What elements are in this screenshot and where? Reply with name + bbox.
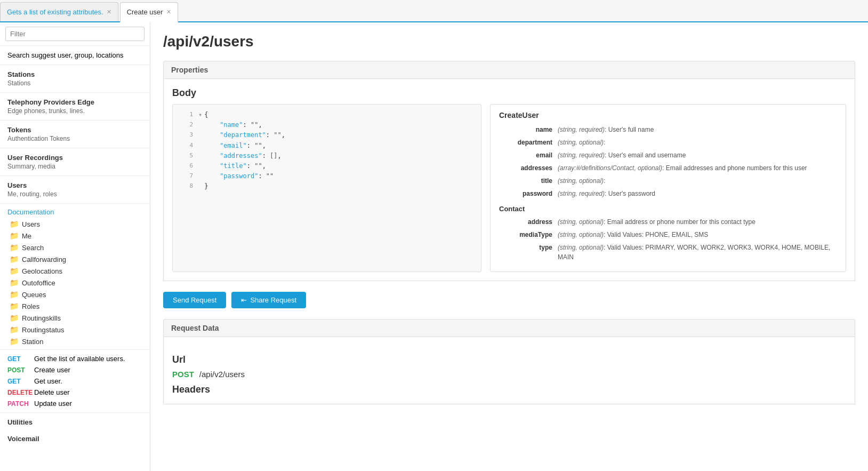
sidebar-stations-title: Stations: [7, 70, 142, 78]
tab-gets-list[interactable]: Gets a list of existing attributes. ✕: [0, 2, 118, 21]
sidebar-item-user-recordings[interactable]: User Recordings Summary, media: [0, 148, 150, 176]
sidebar-tokens-subtitle: Authentication Tokens: [7, 135, 142, 142]
sidebar-voicemail[interactable]: Voicemail: [0, 432, 150, 446]
field-name-title: title: [499, 176, 552, 186]
field-desc-title: (string, optional):: [558, 176, 837, 186]
url-path: /api/v2/users: [199, 370, 245, 379]
folder-icon: 📁: [10, 255, 19, 264]
sidebar-users-subtitle: Me, routing, roles: [7, 190, 142, 198]
folder-icon: 📁: [10, 278, 19, 287]
share-request-button[interactable]: ⇤ Share Request: [231, 292, 306, 308]
documentation-label[interactable]: Documentation: [7, 208, 142, 216]
sidebar-item-stations[interactable]: Stations Stations: [0, 65, 150, 93]
schema-row-department: department (string, optional):: [499, 138, 837, 147]
folder-icon: 📁: [10, 231, 19, 240]
sidebar-doc-routingstatus[interactable]: 📁 Routingstatus: [7, 324, 142, 336]
sidebar-doc-search[interactable]: 📁 Search: [7, 242, 142, 253]
properties-body: Body 1 ▾ { 2 "name": "", 3: [163, 79, 855, 281]
sidebar-utilities[interactable]: Utilities: [0, 412, 150, 432]
schema-row-address: address (string, optional): Email addres…: [499, 217, 837, 227]
body-label: Body: [172, 87, 846, 99]
properties-header: Properties: [163, 61, 855, 79]
sidebar-tokens-title: Tokens: [7, 126, 142, 134]
sidebar-users-title: Users: [7, 181, 142, 189]
folder-icon: 📁: [10, 325, 19, 334]
schema-row-email: email (string, required): User's email a…: [499, 150, 837, 160]
line-toggle[interactable]: ▾: [198, 110, 202, 120]
schema-row-mediatype: mediaType (string, optional): Valid Valu…: [499, 230, 837, 240]
sidebar-userrecordings-title: User Recordings: [7, 154, 142, 162]
code-line-2: 2 "name": "",: [178, 120, 476, 130]
url-line: POST /api/v2/users: [172, 370, 846, 379]
sidebar: Search suggest user, group, locations St…: [0, 22, 150, 471]
send-request-button[interactable]: Send Request: [163, 292, 226, 308]
sidebar-doc-users[interactable]: 📁 Users: [7, 218, 142, 230]
sidebar-api-patch-user[interactable]: PATCH Update user: [7, 398, 142, 409]
sidebar-stations-subtitle: Stations: [7, 79, 142, 87]
main-layout: Search suggest user, group, locations St…: [0, 22, 868, 471]
sidebar-documentation: Documentation 📁 Users 📁 Me 📁 Search 📁 Ca…: [0, 204, 150, 349]
sidebar-api-get-users[interactable]: GET Get the list of available users.: [7, 353, 142, 364]
field-name-addresses: addresses: [499, 163, 552, 173]
sidebar-doc-queues[interactable]: 📁 Queues: [7, 289, 142, 300]
field-desc-addresses: (array:#/definitions/Contact, optional):…: [558, 163, 837, 173]
code-line-7: 7 "password": "": [178, 171, 476, 181]
share-icon: ⇤: [241, 296, 247, 304]
sidebar-doc-callforwarding[interactable]: 📁 Callforwarding: [7, 253, 142, 265]
body-layout: 1 ▾ { 2 "name": "", 3 "department": "",: [172, 104, 846, 272]
sidebar-doc-me[interactable]: 📁 Me: [7, 230, 142, 242]
sidebar-telephony-title: Telephony Providers Edge: [7, 98, 142, 106]
schema-row-password: password (string, required): User's pass…: [499, 189, 837, 198]
folder-icon: 📁: [10, 243, 19, 252]
schema-row-name: name (string, required): User's full nam…: [499, 125, 837, 134]
filter-input[interactable]: [5, 27, 144, 41]
field-desc-password: (string, required): User's password: [558, 189, 837, 198]
folder-icon: 📁: [10, 337, 19, 346]
folder-icon: 📁: [10, 290, 19, 299]
sidebar-api-get-user[interactable]: GET Get user.: [7, 376, 142, 387]
sidebar-userrecordings-subtitle: Summary, media: [7, 163, 142, 170]
tab-create-user[interactable]: Create user ✕: [120, 2, 178, 22]
code-line-1: 1 ▾ {: [178, 110, 476, 120]
sidebar-item-users[interactable]: Users Me, routing, roles: [0, 176, 150, 204]
code-line-8: 8 }: [178, 181, 476, 191]
code-line-3: 3 "department": "",: [178, 130, 476, 140]
tab-gets-list-close[interactable]: ✕: [107, 9, 111, 15]
sidebar-doc-station[interactable]: 📁 Station: [7, 336, 142, 347]
sidebar-suggest-text: Search suggest user, group, locations: [0, 46, 150, 65]
sidebar-api-items: GET Get the list of available users. POS…: [0, 349, 150, 412]
tab-bar: Gets a list of existing attributes. ✕ Cr…: [0, 0, 868, 22]
sidebar-item-tokens[interactable]: Tokens Authentication Tokens: [0, 121, 150, 148]
field-name-mediatype: mediaType: [499, 230, 552, 240]
folder-icon: 📁: [10, 267, 19, 275]
code-line-4: 4 "email": "",: [178, 141, 476, 151]
schema-row-title: title (string, optional):: [499, 176, 837, 186]
sidebar-telephony-subtitle: Edge phones, trunks, lines.: [7, 107, 142, 115]
sidebar-doc-routingskills[interactable]: 📁 Routingskills: [7, 312, 142, 324]
tab-create-user-close[interactable]: ✕: [166, 9, 171, 15]
request-data-body: Url POST /api/v2/users Headers: [163, 337, 855, 404]
api-endpoint: /api/v2/users: [163, 33, 855, 50]
sidebar-doc-geolocations[interactable]: 📁 Geolocations: [7, 265, 142, 277]
folder-icon: 📁: [10, 314, 19, 322]
sidebar-item-telephony[interactable]: Telephony Providers Edge Edge phones, tr…: [0, 93, 150, 121]
field-desc-mediatype: (string, optional): Valid Values: PHONE,…: [558, 230, 837, 240]
method-patch-label: PATCH: [7, 400, 34, 408]
share-request-label: Share Request: [250, 296, 296, 304]
field-name-email: email: [499, 150, 552, 160]
method-get-label2: GET: [7, 378, 34, 385]
sidebar-doc-outofoffice[interactable]: 📁 Outofoffice: [7, 277, 142, 289]
url-label: Url: [172, 354, 846, 365]
field-name-department: department: [499, 138, 552, 147]
sidebar-api-post-create[interactable]: POST Create user: [7, 364, 142, 376]
contact-subheader: Contact: [499, 205, 837, 213]
code-line-6: 6 "title": "",: [178, 161, 476, 171]
code-block: 1 ▾ { 2 "name": "", 3 "department": "",: [172, 104, 481, 272]
code-line-5: 5 "addresses": [],: [178, 151, 476, 161]
field-name-type: type: [499, 243, 552, 262]
request-data-header: Request Data: [163, 319, 855, 337]
tab-gets-list-label: Gets a list of existing attributes.: [7, 8, 103, 16]
sidebar-doc-roles[interactable]: 📁 Roles: [7, 300, 142, 312]
sidebar-api-delete-user[interactable]: DELETE Delete user: [7, 387, 142, 398]
method-post-label: POST: [7, 366, 34, 374]
